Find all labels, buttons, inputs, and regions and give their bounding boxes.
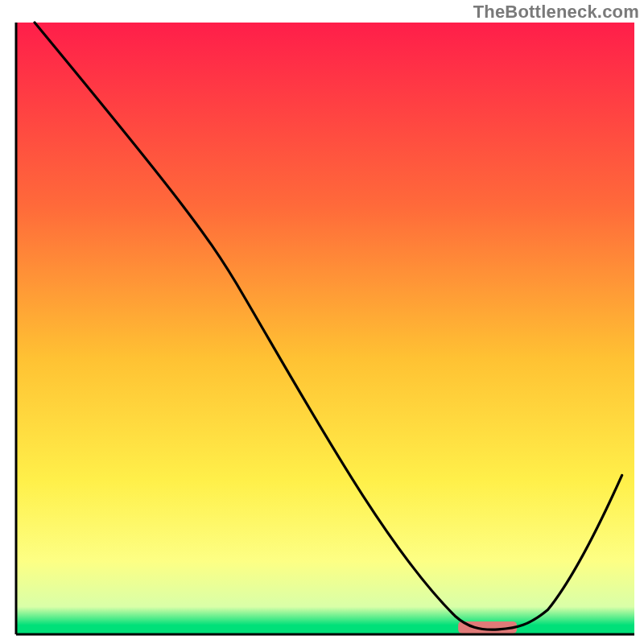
chart-container: [0, 0, 644, 644]
chart-svg: [0, 0, 644, 644]
watermark-text: TheBottleneck.com: [473, 2, 639, 23]
plot-area: [16, 23, 634, 634]
